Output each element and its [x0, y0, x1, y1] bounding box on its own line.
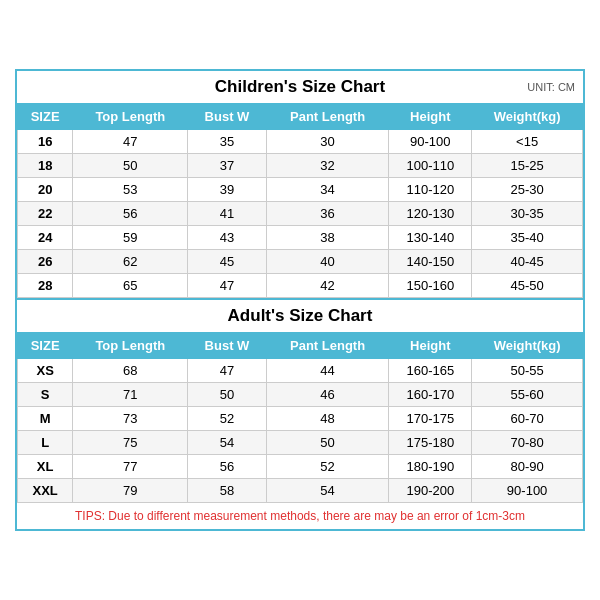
children-table: SIZE Top Length Bust W Pant Length Heigh…: [17, 103, 583, 298]
table-cell: 50-55: [472, 359, 583, 383]
table-cell: <15: [472, 130, 583, 154]
tips-row: TIPS: Due to different measurement metho…: [17, 503, 583, 529]
table-row: M735248170-17560-70: [18, 407, 583, 431]
children-col-height: Height: [389, 104, 472, 130]
table-cell: 50: [266, 431, 389, 455]
children-col-top-length: Top Length: [73, 104, 188, 130]
table-row: 24594338130-14035-40: [18, 226, 583, 250]
table-cell: 62: [73, 250, 188, 274]
table-cell: 110-120: [389, 178, 472, 202]
table-cell: 130-140: [389, 226, 472, 250]
table-cell: 60-70: [472, 407, 583, 431]
unit-label: UNIT: CM: [527, 81, 575, 93]
table-cell: 90-100: [389, 130, 472, 154]
children-col-pant-length: Pant Length: [266, 104, 389, 130]
table-cell: 56: [73, 202, 188, 226]
table-cell: 55-60: [472, 383, 583, 407]
table-row: 28654742150-16045-50: [18, 274, 583, 298]
table-cell: 25-30: [472, 178, 583, 202]
table-cell: 47: [188, 359, 266, 383]
table-row: 26624540140-15040-45: [18, 250, 583, 274]
table-cell: 58: [188, 479, 266, 503]
table-cell: 90-100: [472, 479, 583, 503]
table-cell: 50: [73, 154, 188, 178]
table-cell: 40-45: [472, 250, 583, 274]
table-cell: 41: [188, 202, 266, 226]
table-cell: 100-110: [389, 154, 472, 178]
table-cell: 52: [188, 407, 266, 431]
table-cell: 42: [266, 274, 389, 298]
table-row: L755450175-18070-80: [18, 431, 583, 455]
table-cell: 35: [188, 130, 266, 154]
table-cell: XS: [18, 359, 73, 383]
table-cell: 45: [188, 250, 266, 274]
table-cell: 30-35: [472, 202, 583, 226]
table-cell: 71: [73, 383, 188, 407]
table-cell: XL: [18, 455, 73, 479]
table-row: XS684744160-16550-55: [18, 359, 583, 383]
adult-col-top-length: Top Length: [73, 333, 188, 359]
table-cell: M: [18, 407, 73, 431]
table-cell: 24: [18, 226, 73, 250]
table-cell: 47: [73, 130, 188, 154]
table-cell: 170-175: [389, 407, 472, 431]
table-cell: 18: [18, 154, 73, 178]
table-cell: S: [18, 383, 73, 407]
table-cell: L: [18, 431, 73, 455]
adult-table: SIZE Top Length Bust W Pant Length Heigh…: [17, 332, 583, 503]
table-cell: 34: [266, 178, 389, 202]
table-cell: 70-80: [472, 431, 583, 455]
adult-col-weight: Weight(kg): [472, 333, 583, 359]
adult-col-pant-length: Pant Length: [266, 333, 389, 359]
table-cell: 50: [188, 383, 266, 407]
tips-text: TIPS: Due to different measurement metho…: [75, 509, 525, 523]
table-cell: 140-150: [389, 250, 472, 274]
table-cell: 43: [188, 226, 266, 250]
table-cell: 20: [18, 178, 73, 202]
children-title-row: Children's Size Chart UNIT: CM: [17, 71, 583, 103]
table-cell: 79: [73, 479, 188, 503]
table-cell: 46: [266, 383, 389, 407]
children-col-weight: Weight(kg): [472, 104, 583, 130]
table-cell: 75: [73, 431, 188, 455]
table-cell: 190-200: [389, 479, 472, 503]
children-header-row: SIZE Top Length Bust W Pant Length Heigh…: [18, 104, 583, 130]
table-cell: 26: [18, 250, 73, 274]
table-cell: 16: [18, 130, 73, 154]
table-cell: 59: [73, 226, 188, 250]
table-row: XL775652180-19080-90: [18, 455, 583, 479]
table-row: S715046160-17055-60: [18, 383, 583, 407]
table-row: 18503732100-11015-25: [18, 154, 583, 178]
children-chart-title: Children's Size Chart: [215, 77, 385, 96]
table-cell: 52: [266, 455, 389, 479]
table-cell: 56: [188, 455, 266, 479]
children-col-bust-w: Bust W: [188, 104, 266, 130]
table-cell: 36: [266, 202, 389, 226]
table-cell: 80-90: [472, 455, 583, 479]
table-cell: XXL: [18, 479, 73, 503]
table-cell: 160-165: [389, 359, 472, 383]
table-cell: 30: [266, 130, 389, 154]
adult-chart-title: Adult's Size Chart: [228, 306, 373, 325]
table-cell: 65: [73, 274, 188, 298]
adult-col-bust-w: Bust W: [188, 333, 266, 359]
table-row: XXL795854190-20090-100: [18, 479, 583, 503]
table-cell: 175-180: [389, 431, 472, 455]
table-cell: 77: [73, 455, 188, 479]
size-chart-container: Children's Size Chart UNIT: CM SIZE Top …: [15, 69, 585, 531]
table-cell: 68: [73, 359, 188, 383]
table-cell: 44: [266, 359, 389, 383]
adult-col-height: Height: [389, 333, 472, 359]
table-cell: 180-190: [389, 455, 472, 479]
table-cell: 45-50: [472, 274, 583, 298]
table-cell: 48: [266, 407, 389, 431]
table-cell: 40: [266, 250, 389, 274]
table-cell: 54: [188, 431, 266, 455]
table-cell: 160-170: [389, 383, 472, 407]
table-cell: 47: [188, 274, 266, 298]
table-cell: 54: [266, 479, 389, 503]
table-cell: 22: [18, 202, 73, 226]
children-col-size: SIZE: [18, 104, 73, 130]
table-cell: 38: [266, 226, 389, 250]
table-cell: 28: [18, 274, 73, 298]
